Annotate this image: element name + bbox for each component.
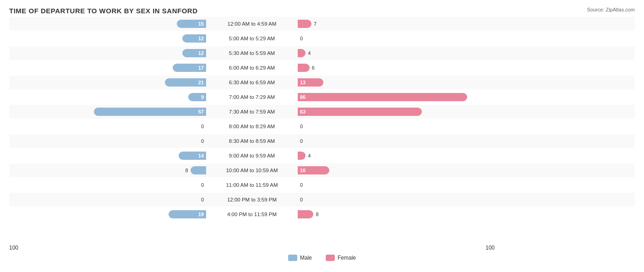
chart-row: 0 8:00 AM to 8:29 AM 0 [9,120,635,133]
left-area: 15 [9,17,206,31]
female-value-inside: 86 [300,94,306,100]
male-value: 8 [185,168,188,173]
male-bar-container: 0 [9,196,206,204]
center-label: 11:00 AM to 11:59 AM [206,182,298,188]
female-bar: 13 [298,78,323,87]
right-area: 0 [298,120,495,133]
female-bar [298,49,306,57]
chart-container: TIME OF DEPARTURE TO WORK BY SEX IN SANF… [0,0,644,272]
center-label: 4:00 PM to 11:59 PM [206,212,298,217]
right-area: 13 [298,76,495,89]
male-bar-container: 8 [9,166,206,174]
center-label: 5:30 AM to 5:59 AM [206,50,298,56]
left-area: 0 [9,178,206,192]
axis-left-value: 100 [9,245,18,251]
male-bar: 57 [94,108,206,116]
right-area: 7 [298,17,495,31]
chart-area: 15 12:00 AM to 4:59 AM 7 12 [9,17,635,241]
right-area: 4 [298,46,495,60]
center-label: 9:00 AM to 9:59 AM [206,153,298,158]
chart-row: 15 12:00 AM to 4:59 AM 7 [9,17,635,31]
male-value: 0 [201,124,204,129]
male-bar-container: 14 [9,152,206,160]
male-value-inside: 14 [198,153,204,158]
legend-male: Male [288,255,312,261]
male-bar: 15 [177,20,207,28]
left-area: 9 [9,90,206,104]
chart-row: 8 10:00 AM to 10:59 AM 16 [9,163,635,177]
male-bar: 12 [182,34,206,43]
center-label: 8:30 AM to 8:59 AM [206,138,298,144]
female-value: 0 [300,197,303,202]
male-bar-container: 17 [9,64,206,72]
female-bar-container: 4 [298,49,495,57]
male-bar-container: 0 [9,181,206,189]
female-bar-container: 0 [298,196,495,204]
male-bar-container: 0 [9,122,206,131]
female-value: 0 [300,36,303,41]
right-area: 0 [298,193,495,207]
male-bar-container: 0 [9,137,206,145]
male-bar [191,166,206,174]
left-area: 21 [9,76,206,89]
female-value: 8 [316,212,318,217]
axis-right-value: 100 [486,245,495,251]
male-value-inside: 15 [198,21,204,27]
male-value-inside: 21 [198,80,204,85]
axis-left: 100 [9,245,206,251]
right-area: 16 [298,163,495,177]
female-value: 4 [308,153,311,158]
female-bar [298,20,311,28]
male-value: 0 [201,197,204,202]
center-label: 12:00 PM to 3:59 PM [206,197,298,202]
female-bar: 86 [298,93,467,101]
legend-female-color [326,255,335,261]
center-label: 5:00 AM to 5:29 AM [206,36,298,41]
center-label: 12:00 AM to 4:59 AM [206,21,298,27]
left-area: 57 [9,105,206,119]
female-bar-container: 16 [298,166,495,174]
male-bar: 12 [182,49,206,57]
left-area: 14 [9,149,206,163]
male-bar: 14 [179,152,206,160]
female-value: 6 [312,65,315,71]
chart-title: TIME OF DEPARTURE TO WORK BY SEX IN SANF… [9,7,635,15]
female-value: 7 [314,21,317,27]
axis-right: 100 [298,245,495,251]
female-value-inside: 16 [300,168,306,173]
chart-row: 0 12:00 PM to 3:59 PM 0 [9,193,635,207]
male-value: 0 [201,138,204,144]
female-bar-container: 0 [298,34,495,43]
left-area: 12 [9,46,206,60]
left-area: 8 [9,163,206,177]
left-area: 19 [9,207,206,221]
center-label: 6:30 AM to 6:59 AM [206,80,298,85]
chart-row: 12 5:30 AM to 5:59 AM 4 [9,46,635,60]
female-value: 0 [300,182,303,188]
male-bar: 17 [173,64,206,72]
center-label: 10:00 AM to 10:59 AM [206,168,298,173]
male-value-inside: 57 [198,109,204,114]
female-value: 0 [300,124,303,129]
right-area: 0 [298,178,495,192]
female-bar-container: 7 [298,20,495,28]
right-area: 0 [298,134,495,148]
male-bar: 19 [169,210,206,218]
chart-row: 0 11:00 AM to 11:59 AM 0 [9,178,635,192]
female-bar-container: 0 [298,137,495,145]
female-bar-container: 63 [298,108,495,116]
female-bar [298,210,313,218]
chart-row: 0 8:30 AM to 8:59 AM 0 [9,134,635,148]
right-area: 63 [298,105,495,119]
female-bar-container: 0 [298,181,495,189]
chart-row: 9 7:00 AM to 7:29 AM 86 [9,90,635,104]
right-area: 0 [298,32,495,45]
center-label: 6:00 AM to 6:29 AM [206,65,298,71]
female-bar-container: 0 [298,122,495,131]
male-bar-container: 15 [9,20,206,28]
female-value: 0 [300,138,303,144]
female-bar-container: 4 [298,152,495,160]
male-bar-container: 19 [9,210,206,218]
right-area: 4 [298,149,495,163]
female-bar: 63 [298,108,422,116]
